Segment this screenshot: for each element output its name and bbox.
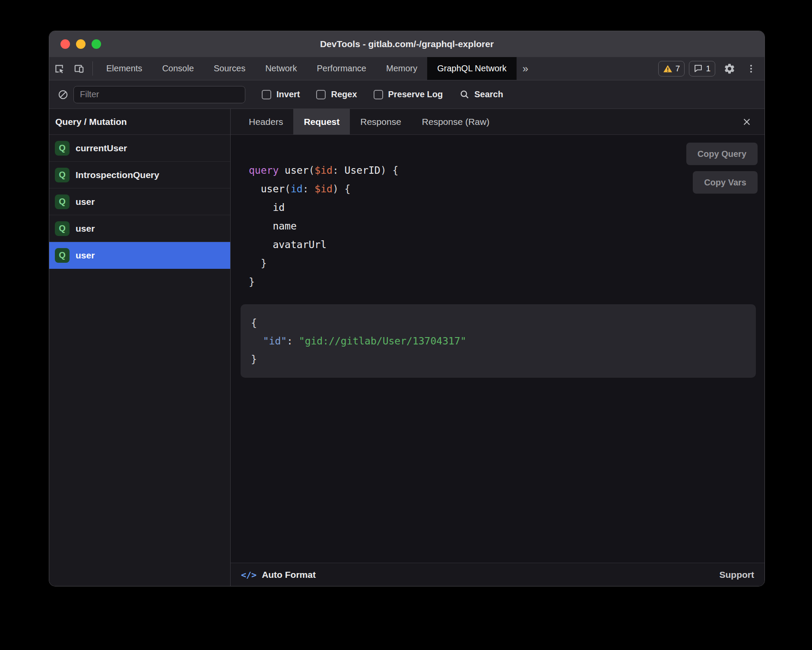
devtools-toolbar: ElementsConsoleSourcesNetworkPerformance… <box>49 57 764 80</box>
code-line: } <box>249 273 756 291</box>
checkbox-icon[interactable] <box>316 90 326 99</box>
query-type-badge: Q <box>55 141 70 156</box>
query-label: user <box>76 250 95 261</box>
query-label: user <box>76 197 95 207</box>
window-title: DevTools - gitlab.com/-/graphql-explorer <box>49 39 764 49</box>
filter-bar: InvertRegexPreserve Log Search <box>49 80 764 109</box>
kebab-menu-icon[interactable] <box>744 64 758 74</box>
issues-count: 1 <box>706 64 710 73</box>
devtools-tab-elements[interactable]: Elements <box>96 57 152 80</box>
search-label: Search <box>474 89 503 99</box>
query-label: user <box>76 223 95 234</box>
copy-vars-button[interactable]: Copy Vars <box>693 171 758 194</box>
copy-buttons: Copy Query Copy Vars <box>686 143 758 194</box>
query-list: QcurrentUserQIntrospectionQueryQuserQuse… <box>49 135 230 269</box>
warning-count: 7 <box>676 64 680 73</box>
devtools-tab-console[interactable]: Console <box>152 57 203 80</box>
detail-panel: HeadersRequestResponseResponse (Raw) Cop… <box>231 109 764 586</box>
checkbox-icon[interactable] <box>262 90 271 99</box>
query-type-badge: Q <box>55 248 70 263</box>
code-line: user(id: $id) { <box>249 180 756 198</box>
copy-query-button[interactable]: Copy Query <box>686 143 758 165</box>
search-control[interactable]: Search <box>459 89 503 100</box>
code-line: } <box>249 254 756 273</box>
code-line: query user($id: UserID) { <box>249 161 756 180</box>
query-list-item[interactable]: Quser <box>49 215 230 242</box>
panel-tab-request[interactable]: Request <box>293 109 350 134</box>
more-tabs-chevron[interactable]: » <box>517 57 534 80</box>
query-sidebar: Query / Mutation QcurrentUserQIntrospect… <box>49 109 231 586</box>
inspect-element-icon[interactable] <box>49 57 69 80</box>
warnings-badge[interactable]: 7 <box>658 61 685 76</box>
code-line: avatarUrl <box>249 236 756 254</box>
query-list-item[interactable]: Quser <box>49 242 230 269</box>
query-variables-box: { "id": "gid://gitlab/User/13704317"} <box>241 304 756 378</box>
filter-checkbox-invert[interactable]: Invert <box>262 89 300 99</box>
minimize-window-button[interactable] <box>76 39 86 49</box>
support-link[interactable]: Support <box>720 570 754 580</box>
toolbar-divider <box>92 61 93 76</box>
code-line: id <box>249 198 756 217</box>
filter-checkboxes: InvertRegexPreserve Log <box>262 89 443 99</box>
query-type-badge: Q <box>55 194 70 209</box>
devtools-window: DevTools - gitlab.com/-/graphql-explorer… <box>49 31 764 586</box>
message-bubble-icon <box>694 64 703 73</box>
panel-tab-response-raw[interactable]: Response (Raw) <box>412 109 500 134</box>
filter-checkbox-regex[interactable]: Regex <box>316 89 357 99</box>
devtools-tab-performance[interactable]: Performance <box>307 57 377 80</box>
filter-input[interactable] <box>73 86 245 103</box>
zoom-window-button[interactable] <box>92 39 101 49</box>
checkbox-label: Preserve Log <box>388 89 443 99</box>
request-tab-content: Copy Query Copy Vars query user($id: Use… <box>231 135 764 563</box>
main-split: Query / Mutation QcurrentUserQIntrospect… <box>49 109 764 586</box>
query-type-badge: Q <box>55 168 70 182</box>
query-list-item[interactable]: QcurrentUser <box>49 135 230 162</box>
close-panel-icon[interactable] <box>739 115 754 129</box>
close-window-button[interactable] <box>60 39 70 49</box>
graphql-query-code: query user($id: UserID) { user(id: $id) … <box>241 161 756 291</box>
code-line: } <box>251 350 745 368</box>
panel-footer: </> Auto Format Support <box>231 563 764 586</box>
checkbox-label: Regex <box>331 89 357 99</box>
devtools-tab-memory[interactable]: Memory <box>376 57 427 80</box>
query-label: IntrospectionQuery <box>76 170 159 180</box>
sidebar-header: Query / Mutation <box>49 109 230 135</box>
checkbox-label: Invert <box>276 89 300 99</box>
panel-tab-response[interactable]: Response <box>350 109 412 134</box>
search-icon <box>459 89 470 100</box>
panel-tabs: HeadersRequestResponseResponse (Raw) <box>238 109 500 134</box>
query-list-item[interactable]: Quser <box>49 188 230 215</box>
device-toolbar-icon[interactable] <box>69 57 89 80</box>
toolbar-right-cluster: 7 1 <box>658 57 764 80</box>
query-type-badge: Q <box>55 221 70 236</box>
panel-tabs-row: HeadersRequestResponseResponse (Raw) <box>231 109 764 135</box>
filter-checkbox-preserve-log[interactable]: Preserve Log <box>374 89 443 99</box>
devtools-tabs: ElementsConsoleSourcesNetworkPerformance… <box>96 57 517 80</box>
code-line: name <box>249 217 756 236</box>
devtools-tab-sources[interactable]: Sources <box>204 57 255 80</box>
code-line: { <box>251 314 745 332</box>
titlebar: DevTools - gitlab.com/-/graphql-explorer <box>49 31 764 57</box>
auto-format-label[interactable]: Auto Format <box>262 570 316 580</box>
query-list-item[interactable]: QIntrospectionQuery <box>49 162 230 188</box>
devtools-tab-graphql-network[interactable]: GraphQL Network <box>427 57 516 80</box>
checkbox-icon[interactable] <box>374 90 383 99</box>
code-format-icon[interactable]: </> <box>241 570 257 580</box>
devtools-tab-network[interactable]: Network <box>255 57 307 80</box>
traffic-lights <box>60 39 101 49</box>
query-label: currentUser <box>76 143 127 153</box>
code-line: "id": "gid://gitlab/User/13704317" <box>251 332 745 350</box>
warning-icon <box>663 64 672 73</box>
settings-gear-icon[interactable] <box>720 63 739 75</box>
panel-tab-headers[interactable]: Headers <box>238 109 293 134</box>
issues-badge[interactable]: 1 <box>689 61 715 76</box>
clear-icon[interactable] <box>55 89 71 100</box>
